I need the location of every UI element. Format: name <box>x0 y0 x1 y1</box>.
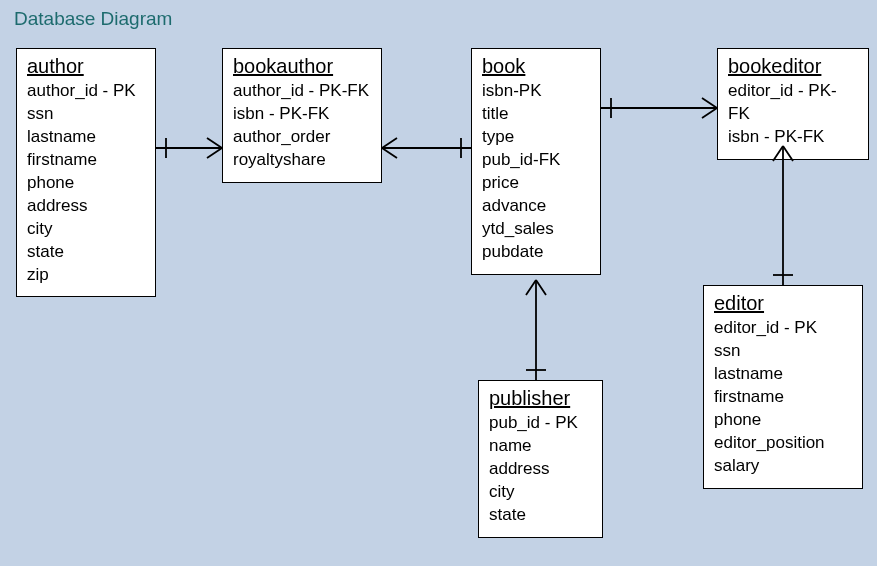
attr: royaltyshare <box>233 149 371 172</box>
attr: ssn <box>27 103 145 126</box>
attr: price <box>482 172 590 195</box>
entity-bookeditor: bookeditor editor_id - PK-FK isbn - PK-F… <box>717 48 869 160</box>
attr: editor_id - PK <box>714 317 852 340</box>
entity-book: book isbn-PK title type pub_id-FK price … <box>471 48 601 275</box>
attr: zip <box>27 264 145 287</box>
attr: state <box>27 241 145 264</box>
entity-name: publisher <box>489 387 592 410</box>
attr: ssn <box>714 340 852 363</box>
attr: lastname <box>27 126 145 149</box>
entity-publisher: publisher pub_id - PK name address city … <box>478 380 603 538</box>
attr: author_id - PK-FK <box>233 80 371 103</box>
attr: pub_id - PK <box>489 412 592 435</box>
attr: firstname <box>714 386 852 409</box>
attr: isbn-PK <box>482 80 590 103</box>
attr: firstname <box>27 149 145 172</box>
attr: address <box>489 458 592 481</box>
entity-name: editor <box>714 292 852 315</box>
diagram-title: Database Diagram <box>14 8 172 30</box>
entity-bookauthor: bookauthor author_id - PK-FK isbn - PK-F… <box>222 48 382 183</box>
entity-name: book <box>482 55 590 78</box>
entity-name: author <box>27 55 145 78</box>
attr: address <box>27 195 145 218</box>
entity-attrs: editor_id - PK ssn lastname firstname ph… <box>714 317 852 478</box>
attr: ytd_sales <box>482 218 590 241</box>
attr: type <box>482 126 590 149</box>
entity-author: author author_id - PK ssn lastname first… <box>16 48 156 297</box>
entity-attrs: isbn-PK title type pub_id-FK price advan… <box>482 80 590 264</box>
attr: phone <box>27 172 145 195</box>
attr: author_order <box>233 126 371 149</box>
attr: editor_id - PK-FK <box>728 80 858 126</box>
attr: pub_id-FK <box>482 149 590 172</box>
attr: editor_position <box>714 432 852 455</box>
attr: state <box>489 504 592 527</box>
attr: author_id - PK <box>27 80 145 103</box>
entity-editor: editor editor_id - PK ssn lastname first… <box>703 285 863 489</box>
attr: title <box>482 103 590 126</box>
attr: name <box>489 435 592 458</box>
attr: salary <box>714 455 852 478</box>
attr: pubdate <box>482 241 590 264</box>
attr: isbn - PK-FK <box>233 103 371 126</box>
entity-attrs: editor_id - PK-FK isbn - PK-FK <box>728 80 858 149</box>
attr: city <box>27 218 145 241</box>
attr: phone <box>714 409 852 432</box>
entity-attrs: author_id - PK ssn lastname firstname ph… <box>27 80 145 286</box>
attr: lastname <box>714 363 852 386</box>
entity-attrs: pub_id - PK name address city state <box>489 412 592 527</box>
attr: city <box>489 481 592 504</box>
attr: advance <box>482 195 590 218</box>
entity-attrs: author_id - PK-FK isbn - PK-FK author_or… <box>233 80 371 172</box>
entity-name: bookeditor <box>728 55 858 78</box>
attr: isbn - PK-FK <box>728 126 858 149</box>
entity-name: bookauthor <box>233 55 371 78</box>
